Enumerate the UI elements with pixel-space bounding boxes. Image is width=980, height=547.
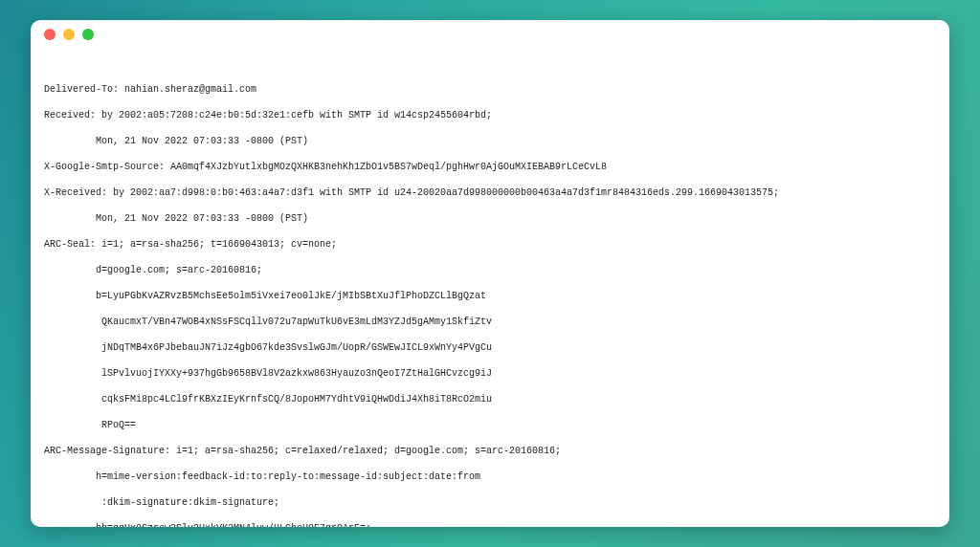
arc-msg-cont: :dkim-signature:dkim-signature;	[44, 496, 936, 510]
zoom-icon[interactable]	[82, 29, 94, 40]
delivered-to-value: nahian.sheraz@gmail.com	[124, 84, 256, 95]
arc-seal-cont: lSPvlvuojIYXXy+937hgGb9658BVl8V2azkxw863…	[44, 367, 936, 381]
arc-seal-cont: cqksFMi8pc4LCl9frKBXzIEyKrnfsCQ/8JopoHM7…	[44, 393, 936, 406]
close-icon[interactable]	[44, 29, 56, 40]
minimize-icon[interactable]	[63, 29, 75, 40]
x-google-smtp-source: X-Google-Smtp-Source: AA0mqf4XJzbYutlxbg…	[44, 161, 936, 174]
received-line: Received: by 2002:a05:7208:c24e:b0:5d:32…	[44, 109, 936, 122]
arc-seal: ARC-Seal: i=1; a=rsa-sha256; t=166904301…	[44, 238, 936, 252]
arc-seal-cont: QKaucmxT/VBn47WOB4xNSsFSCqllv072u7apWuTk…	[44, 316, 936, 329]
delivered-to-label: Delivered-To:	[44, 84, 124, 95]
arc-seal-cont: jNDqTMB4x6PJbebauJN7iJz4gbO67kde3SvslwGJ…	[44, 341, 936, 355]
arc-msg-bh: bh=qqUx9Szrcw2Sly2UxkVK2MN4lyw/HLCheU0E7…	[44, 522, 936, 528]
arc-message-signature: ARC-Message-Signature: i=1; a=rsa-sha256…	[44, 445, 936, 458]
email-headers-text: Delivered-To: nahian.sheraz@gmail.com Re…	[31, 49, 949, 527]
x-received-line: X-Received: by 2002:aa7:d998:0:b0:463:a4…	[44, 186, 936, 200]
x-received-date: Mon, 21 Nov 2022 07:03:33 -0800 (PST)	[44, 212, 936, 226]
arc-msg-h: h=mime-version:feedback-id:to:reply-to:m…	[44, 470, 936, 484]
received-date: Mon, 21 Nov 2022 07:03:33 -0800 (PST)	[44, 135, 936, 148]
arc-seal-cont: RPoQ==	[44, 419, 936, 432]
window-titlebar	[31, 20, 949, 49]
arc-seal-b: b=LyuPGbKvAZRvzB5MchsEe5olm5iVxei7eo0lJk…	[44, 290, 936, 303]
os-window: Delivered-To: nahian.sheraz@gmail.com Re…	[31, 20, 949, 527]
arc-seal-d: d=google.com; s=arc-20160816;	[44, 264, 936, 277]
